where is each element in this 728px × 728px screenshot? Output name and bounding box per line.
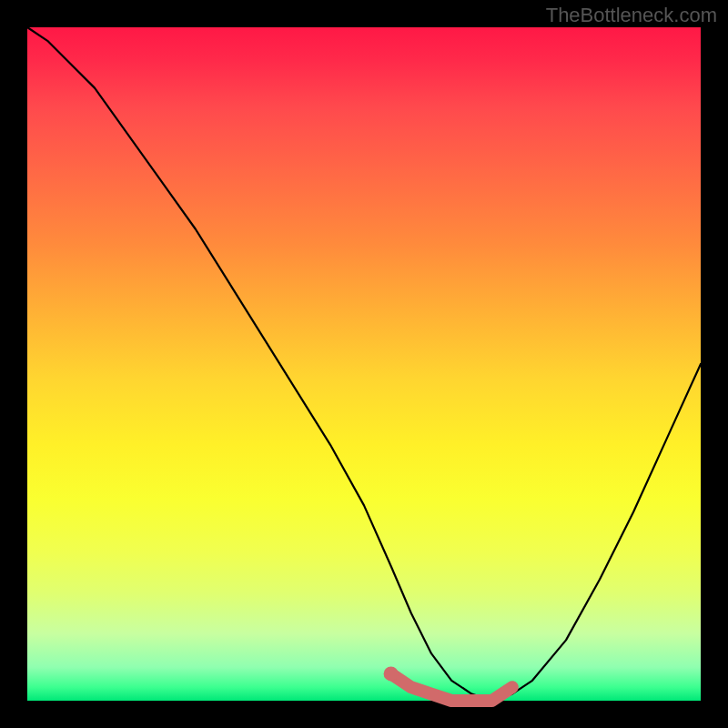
- plot-area: [27, 27, 701, 701]
- bottleneck-curve: [27, 27, 701, 701]
- highlight-segment: [391, 673, 512, 701]
- highlight-dot: [384, 666, 399, 681]
- watermark-text: TheBottleneck.com: [546, 4, 717, 27]
- chart-svg: [27, 27, 701, 701]
